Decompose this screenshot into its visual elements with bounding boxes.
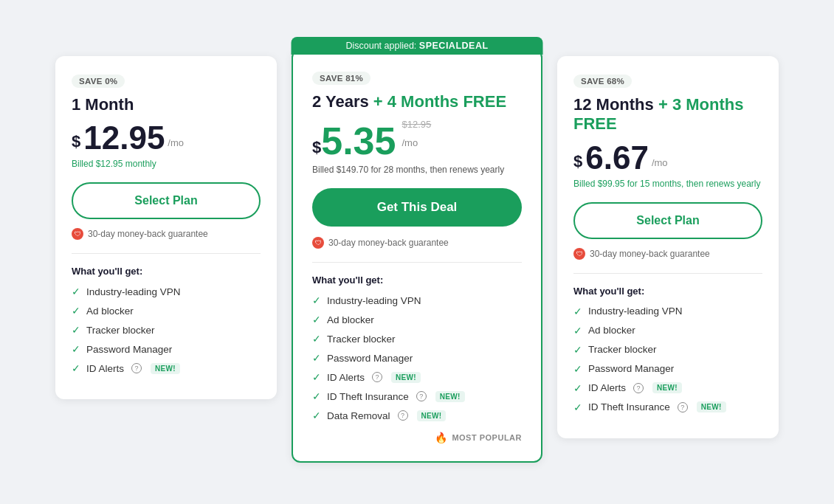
divider-1month — [72, 253, 261, 254]
feature-vpn-12months: ✓ Industry-leading VPN — [573, 305, 762, 317]
price-row-12months: $ 6.67 /mo — [573, 142, 762, 174]
new-badge: NEW! — [435, 391, 465, 402]
features-title-2years: What you'll get: — [312, 275, 522, 286]
check-icon: ✓ — [573, 325, 582, 336]
shield-icon-12months: 🛡 — [573, 248, 585, 260]
feature-dataremoval-2years: ✓ Data Removal ? NEW! — [312, 410, 522, 421]
feature-idalerts-1month: ✓ ID Alerts ? NEW! — [72, 362, 261, 374]
flame-icon: 🔥 — [435, 432, 448, 443]
check-icon: ✓ — [312, 352, 321, 364]
currency-1month: $ — [72, 132, 80, 151]
features-title-12months: What you'll get: — [573, 286, 762, 297]
check-icon: ✓ — [72, 343, 80, 355]
period-1month: /mo — [168, 137, 184, 148]
most-popular-label: 🔥 MOST POPULAR — [312, 432, 522, 443]
price-1month: 12.95 — [83, 122, 165, 154]
info-icon[interactable]: ? — [398, 410, 408, 421]
select-plan-button-12months[interactable]: Select Plan — [573, 202, 762, 239]
check-icon: ✓ — [312, 314, 321, 325]
info-icon[interactable]: ? — [416, 391, 427, 401]
new-badge: NEW! — [417, 410, 447, 421]
divider-2years — [312, 262, 522, 263]
money-back-1month: 🛡 30-day money-back guarantee — [72, 228, 261, 240]
feature-tracker-2years: ✓ Tracker blocker — [312, 333, 522, 345]
new-badge: NEW! — [652, 382, 682, 393]
period-12months: /mo — [652, 157, 668, 168]
free-months-label: + 4 Months FREE — [373, 92, 506, 111]
check-icon: ✓ — [573, 382, 582, 394]
new-badge: NEW! — [391, 372, 421, 383]
plan-title-2years: 2 Years + 4 Months FREE — [312, 92, 522, 111]
check-icon: ✓ — [573, 344, 582, 356]
info-icon[interactable]: ? — [131, 363, 142, 373]
feature-vpn-2years: ✓ Industry-leading VPN — [312, 294, 522, 306]
price-row-2years: $ 5.35 $12.95 /mo — [312, 119, 522, 160]
currency-2years: $ — [312, 138, 321, 157]
new-badge: NEW! — [697, 401, 726, 412]
check-icon: ✓ — [312, 294, 321, 306]
plan-card-12months: SAVE 68% 12 Months + 3 Months FREE $ 6.6… — [557, 56, 779, 438]
price-12months: 6.67 — [585, 142, 649, 174]
shield-icon-1month: 🛡 — [72, 228, 83, 240]
discount-code: SPECIALDEAL — [419, 41, 489, 51]
check-icon: ✓ — [72, 286, 80, 297]
feature-adblocker-12months: ✓ Ad blocker — [573, 325, 762, 336]
info-icon[interactable]: ? — [372, 372, 382, 382]
feature-idalerts-12months: ✓ ID Alerts ? NEW! — [573, 382, 762, 394]
pricing-container: SAVE 0% 1 Month $ 12.95 /mo Billed $12.9… — [55, 41, 779, 463]
feature-idtheft-2years: ✓ ID Theft Insurance ? NEW! — [312, 390, 522, 402]
price-meta-2years: $12.95 /mo — [402, 119, 431, 154]
feature-idtheft-12months: ✓ ID Theft Insurance ? NEW! — [573, 401, 762, 413]
check-icon: ✓ — [573, 401, 582, 413]
info-icon[interactable]: ? — [678, 402, 688, 412]
price-2years: 5.35 — [321, 122, 396, 160]
feature-adblocker-2years: ✓ Ad blocker — [312, 314, 522, 325]
check-icon: ✓ — [573, 363, 582, 375]
check-icon: ✓ — [312, 371, 321, 383]
money-back-12months: 🛡 30-day money-back guarantee — [573, 248, 762, 260]
feature-password-1month: ✓ Password Manager — [72, 343, 261, 355]
save-badge-12months: SAVE 68% — [573, 75, 632, 88]
save-badge-2years: SAVE 81% — [312, 72, 371, 85]
price-main-2years: $ 5.35 — [312, 122, 396, 160]
price-row-1month: $ 12.95 /mo — [72, 122, 261, 154]
check-icon: ✓ — [72, 324, 80, 336]
check-icon: ✓ — [72, 305, 80, 317]
billed-2years: Billed $149.70 for 28 months, then renew… — [312, 165, 522, 175]
discount-banner: Discount applied: SPECIALDEAL — [292, 37, 543, 55]
original-price-2years: $12.95 — [402, 119, 431, 130]
new-badge: NEW! — [151, 363, 180, 374]
feature-adblocker-1month: ✓ Ad blocker — [72, 305, 261, 317]
check-icon: ✓ — [312, 410, 321, 421]
check-icon: ✓ — [573, 305, 582, 317]
feature-tracker-12months: ✓ Tracker blocker — [573, 344, 762, 356]
feature-vpn-1month: ✓ Industry-leading VPN — [72, 286, 261, 297]
plan-title-1month: 1 Month — [72, 95, 261, 114]
money-back-2years: 🛡 30-day money-back guarantee — [312, 237, 522, 249]
feature-password-12months: ✓ Password Manager — [573, 363, 762, 375]
billed-1month: Billed $12.95 monthly — [72, 159, 261, 169]
plan-title-12months: 12 Months + 3 Months FREE — [573, 95, 762, 134]
check-icon: ✓ — [312, 390, 321, 402]
plan-card-1month: SAVE 0% 1 Month $ 12.95 /mo Billed $12.9… — [55, 56, 277, 399]
period-2years: /mo — [402, 137, 431, 148]
get-deal-button[interactable]: Get This Deal — [312, 188, 522, 227]
plan-card-2years: Discount applied: SPECIALDEAL SAVE 81% 2… — [292, 49, 542, 463]
select-plan-button-1month[interactable]: Select Plan — [72, 182, 261, 219]
shield-icon-2years: 🛡 — [312, 237, 324, 249]
feature-idalerts-2years: ✓ ID Alerts ? NEW! — [312, 371, 522, 383]
currency-12months: $ — [573, 152, 582, 171]
features-title-1month: What you'll get: — [72, 266, 261, 277]
divider-12months — [573, 273, 762, 274]
billed-12months: Billed $99.95 for 15 months, then renews… — [573, 179, 762, 189]
info-icon[interactable]: ? — [633, 383, 644, 393]
feature-password-2years: ✓ Password Manager — [312, 352, 522, 364]
check-icon: ✓ — [312, 333, 321, 345]
save-badge-1month: SAVE 0% — [72, 75, 125, 88]
check-icon: ✓ — [72, 362, 80, 374]
feature-tracker-1month: ✓ Tracker blocker — [72, 324, 261, 336]
